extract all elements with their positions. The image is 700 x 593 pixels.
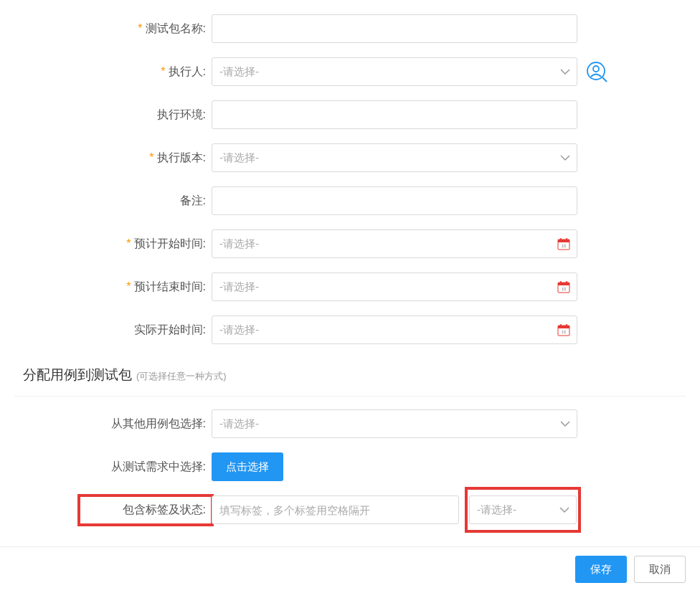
row-env: 执行环境: [14,100,686,129]
date-plan-start[interactable]: -请选择- 15 [212,229,577,258]
label-env: 执行环境: [14,108,212,123]
select-version[interactable]: -请选择- [212,143,577,172]
row-executor: *执行人: -请选择- [14,57,686,86]
svg-point-1 [593,66,599,72]
label-from-req: 从测试需求中选择: [14,460,212,475]
select-executor[interactable]: -请选择- [212,57,577,86]
label-plan-start: *预计开始时间: [14,237,212,252]
row-plan-end: *预计结束时间: -请选择- 15 [14,272,686,301]
divider [14,396,686,397]
svg-rect-5 [560,238,562,240]
footer-divider [0,546,700,547]
section-title: 分配用例到测试包 [23,366,132,384]
svg-rect-16 [566,324,567,326]
row-version: *执行版本: -请选择- [14,143,686,172]
row-actual-start: 实际开始时间: -请选择- 15 [14,316,686,344]
row-plan-start: *预计开始时间: -请选择- 15 [14,229,686,258]
select-from-other[interactable]: -请选择- [212,409,577,438]
input-tags[interactable] [212,495,459,524]
row-from-req: 从测试需求中选择: 点击选择 [14,452,686,481]
calendar-icon: 15 [557,323,570,336]
select-tag-status[interactable]: -请选择- [469,495,577,524]
label-executor: *执行人: [14,65,212,80]
input-env[interactable] [212,100,577,129]
svg-text:15: 15 [562,330,567,334]
row-remark: 备注: [14,186,686,215]
row-tags: 包含标签及状态: -请选择- [14,495,686,524]
input-package-name[interactable] [212,14,577,43]
label-tags: 包含标签及状态: [14,503,212,518]
svg-point-0 [587,62,605,80]
svg-text:15: 15 [562,287,567,291]
calendar-icon: 15 [557,237,570,250]
svg-rect-11 [566,281,567,283]
click-select-button[interactable]: 点击选择 [212,452,283,481]
row-from-other: 从其他用例包选择: -请选择- [14,409,686,438]
calendar-icon: 15 [557,280,570,293]
user-search-icon[interactable] [586,61,607,82]
svg-rect-6 [566,238,567,240]
label-from-other: 从其他用例包选择: [14,417,212,432]
svg-text:15: 15 [562,244,567,248]
label-package-name: *测试包名称: [14,22,212,37]
label-plan-end: *预计结束时间: [14,280,212,295]
svg-rect-10 [560,281,562,283]
svg-rect-14 [558,326,569,328]
section-header: 分配用例到测试包 (可选择任意一种方式) [14,359,686,390]
svg-rect-4 [558,239,569,242]
svg-rect-9 [558,283,569,285]
label-version: *执行版本: [14,151,212,166]
save-button[interactable]: 保存 [575,556,627,583]
section-hint: (可选择任意一种方式) [136,370,227,383]
label-actual-start: 实际开始时间: [14,323,212,338]
input-remark[interactable] [212,186,577,215]
row-package-name: *测试包名称: [14,14,686,43]
footer: 保存 取消 [575,556,686,583]
svg-rect-15 [560,324,562,326]
cancel-button[interactable]: 取消 [634,556,686,583]
form-container: *测试包名称: *执行人: -请选择- [0,0,700,524]
label-remark: 备注: [14,194,212,209]
date-plan-end[interactable]: -请选择- 15 [212,272,577,301]
date-actual-start[interactable]: -请选择- 15 [212,316,577,344]
svg-line-2 [602,77,607,82]
